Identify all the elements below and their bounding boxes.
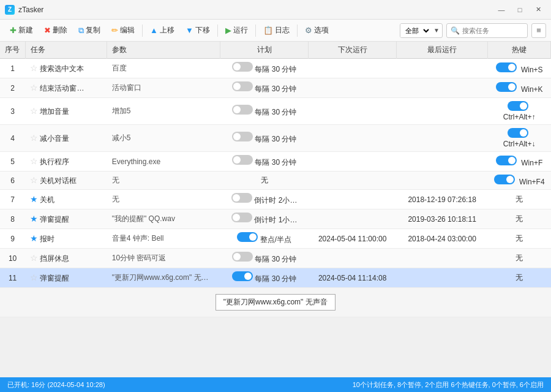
schedule-toggle[interactable]	[232, 81, 253, 91]
schedule-toggle[interactable]	[232, 252, 253, 262]
hotkey-toggle[interactable]	[494, 175, 515, 184]
star-icon[interactable]: ☆	[30, 63, 38, 73]
cell-hotkey: 无	[488, 268, 551, 288]
task-table: 序号 任务 参数 计划 下次运行 最后运行 热键 1 ☆ 搜索选中文本 百度 每…	[0, 42, 551, 317]
star-icon[interactable]: ☆	[30, 253, 38, 263]
schedule-toggle[interactable]	[231, 213, 252, 222]
minimize-button[interactable]: —	[493, 4, 509, 16]
cell-schedule: 每隔 30 分钟	[220, 268, 309, 288]
cell-hotkey: Win+F	[488, 152, 551, 172]
star-icon[interactable]: ☆	[30, 273, 38, 282]
down-icon: ▼	[186, 26, 193, 35]
edit-button[interactable]: ✏ 编辑	[107, 23, 140, 38]
options-button[interactable]: ⚙ 选项	[300, 23, 334, 38]
down-button[interactable]: ▼ 下移	[181, 23, 215, 38]
cell-index: 6	[0, 172, 25, 190]
maximize-button[interactable]: □	[512, 4, 528, 16]
cell-task-name: ★ 报时	[25, 229, 107, 249]
cell-hotkey: Ctrl+Alt+↓	[488, 125, 551, 152]
up-icon: ▲	[150, 26, 158, 35]
delete-button[interactable]: ✖ 删除	[39, 23, 72, 38]
run-icon: ▶	[225, 26, 231, 35]
filter-select[interactable]: 全部 启用 暂停	[400, 24, 431, 37]
table-row[interactable]: 11 ☆ 弹窗提醒 "更新刀网www.x6g.com" 无… 每隔 30 分钟 …	[0, 268, 551, 288]
star-icon[interactable]: ☆	[30, 106, 38, 116]
gear-icon: ⚙	[305, 26, 312, 35]
cell-task-name: ☆ 弹窗提醒	[25, 268, 107, 288]
log-button[interactable]: 📋 日志	[258, 23, 294, 38]
cell-next-run	[309, 78, 397, 98]
cell-params: 增加5	[107, 98, 220, 125]
cell-params: 无	[107, 172, 220, 190]
cell-next-run	[309, 190, 397, 209]
cell-task-name: ☆ 结束活动窗…	[25, 78, 107, 98]
schedule-toggle[interactable]	[232, 271, 253, 281]
table-row[interactable]: 5 ☆ 执行程序 Everything.exe 每隔 30 分钟 Win+F	[0, 152, 551, 172]
hotkey-toggle[interactable]	[496, 156, 517, 165]
table-row[interactable]: 6 ☆ 关机对话框 无 无 Win+F4	[0, 172, 551, 190]
table-row[interactable]: 4 ☆ 减小音量 减小5 每隔 30 分钟 Ctrl+Alt+↓	[0, 125, 551, 152]
up-button[interactable]: ▲ 上移	[145, 23, 179, 38]
star-icon[interactable]: ★	[30, 233, 38, 243]
star-icon[interactable]: ★	[30, 214, 38, 224]
cell-hotkey: Win+S	[488, 59, 551, 78]
hotkey-toggle[interactable]	[508, 128, 528, 138]
list-view-button[interactable]: ≡	[531, 23, 546, 38]
table-row[interactable]: 1 ☆ 搜索选中文本 百度 每隔 30 分钟 Win+S	[0, 59, 551, 78]
close-button[interactable]: ✕	[530, 4, 546, 16]
filter-dropdown[interactable]: 全部 启用 暂停 ▼	[400, 23, 443, 38]
cell-last-run: 2018-04-24 03:00:00	[397, 229, 488, 249]
table-row[interactable]: 2 ☆ 结束活动窗… 活动窗口 每隔 30 分钟 Win+K	[0, 78, 551, 98]
hotkey-text: Win+F4	[519, 178, 545, 186]
cell-index: 10	[0, 249, 25, 268]
header-task: 任务	[25, 42, 107, 59]
star-icon[interactable]: ☆	[30, 156, 38, 166]
schedule-text: 倒计时 1小…	[254, 216, 297, 224]
cell-params: "更新刀网www.x6g.com" 无…	[107, 268, 220, 288]
schedule-toggle[interactable]	[237, 232, 258, 242]
table-row[interactable]: 7 ★ 关机 无 倒计时 2小… 2018-12-19 07:26:18 无	[0, 190, 551, 209]
new-button[interactable]: ✚ 新建	[5, 23, 38, 38]
hotkey-toggle[interactable]	[496, 62, 517, 72]
cell-params: 10分钟 密码可返	[107, 249, 220, 268]
hotkey-text: Win+S	[521, 66, 543, 74]
search-input[interactable]	[462, 27, 523, 34]
hotkey-text: Win+F	[521, 159, 542, 167]
cell-params: 减小5	[107, 125, 220, 152]
cell-last-run	[397, 125, 488, 152]
table-row[interactable]: 3 ☆ 增加音量 增加5 每隔 30 分钟 Ctrl+Alt+↑	[0, 98, 551, 125]
cell-task-name: ☆ 挡屏休息	[25, 249, 107, 268]
copy-icon: ⧉	[78, 26, 84, 36]
filter-arrow: ▼	[431, 27, 442, 34]
hotkey-toggle[interactable]	[508, 101, 528, 111]
star-icon[interactable]: ☆	[30, 83, 38, 92]
cell-hotkey: 无	[488, 190, 551, 209]
schedule-toggle[interactable]	[232, 105, 253, 115]
header-last-run: 最后运行	[397, 42, 488, 59]
header-next-run: 下次运行	[309, 42, 397, 59]
copy-button[interactable]: ⧉ 复制	[73, 23, 105, 38]
schedule-toggle[interactable]	[232, 132, 253, 141]
schedule-toggle[interactable]	[232, 62, 253, 72]
table-row[interactable]: 10 ☆ 挡屏休息 10分钟 密码可返 每隔 30 分钟 无	[0, 249, 551, 268]
window-controls: — □ ✕	[493, 4, 546, 16]
schedule-toggle[interactable]	[231, 193, 252, 203]
cell-hotkey: 无	[488, 249, 551, 268]
cell-schedule: 每隔 30 分钟	[220, 78, 309, 98]
header-index: 序号	[0, 42, 25, 59]
log-icon: 📋	[263, 26, 273, 35]
schedule-toggle[interactable]	[232, 155, 253, 165]
star-icon[interactable]: ☆	[30, 175, 38, 185]
separator-3	[255, 24, 256, 37]
hotkey-toggle[interactable]	[496, 82, 517, 92]
app-title: zTasker	[18, 6, 493, 14]
cell-schedule: 无	[220, 172, 309, 190]
hotkey-text: Win+K	[521, 85, 543, 94]
table-row[interactable]: 8 ★ 弹窗提醒 "我的提醒" QQ.wav 倒计时 1小… 2019-03-2…	[0, 209, 551, 229]
schedule-text: 每隔 30 分钟	[255, 85, 296, 93]
star-icon[interactable]: ☆	[30, 133, 38, 143]
title-bar: Z zTasker — □ ✕	[0, 0, 551, 20]
run-button[interactable]: ▶ 运行	[220, 23, 253, 38]
table-row[interactable]: 9 ★ 报时 音量4 钟声: Bell 整点/半点 2024-05-04 11:…	[0, 229, 551, 249]
star-icon[interactable]: ★	[30, 194, 38, 204]
